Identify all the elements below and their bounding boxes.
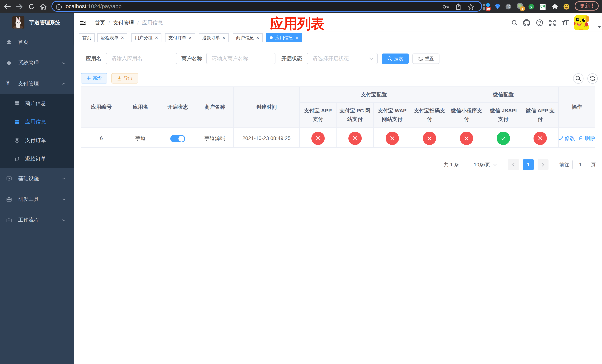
svg-text:1: 1: [521, 7, 523, 11]
svg-text:10: 10: [486, 7, 490, 11]
svg-text:⌘: ⌘: [506, 5, 510, 9]
svg-text:y: y: [530, 5, 532, 9]
